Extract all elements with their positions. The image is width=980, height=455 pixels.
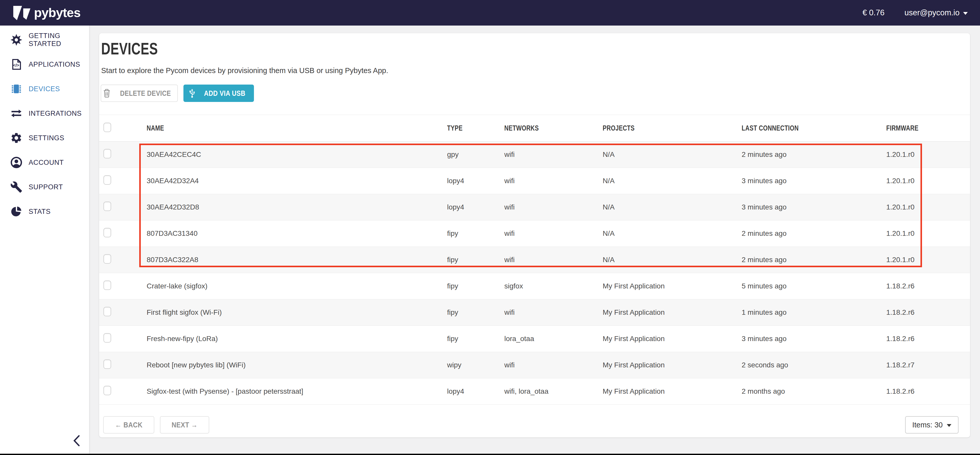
add-via-usb-button[interactable]: ADD VIA USB xyxy=(183,84,254,102)
cell-networks: sigfox xyxy=(495,282,593,290)
cell-last-connection: 3 minutes ago xyxy=(732,203,877,211)
sidebar-item-label: ACCOUNT xyxy=(29,159,64,167)
pybytes-logo: pybytes xyxy=(13,5,81,20)
cell-name: 807D3AC31340 xyxy=(137,229,438,238)
delete-device-button[interactable]: DELETE DEVICE xyxy=(101,84,178,102)
table-row[interactable]: Fresh-new-fipy (LoRa)fipylora_otaaMy Fir… xyxy=(99,326,970,352)
usb-icon xyxy=(188,88,196,98)
row-checkbox[interactable] xyxy=(103,360,111,369)
table-row[interactable]: 807D3AC31340fipywifiN/A2 minutes ago1.20… xyxy=(99,221,970,247)
caret-down-icon xyxy=(963,12,968,15)
cell-last-connection: 2 minutes ago xyxy=(732,229,877,238)
sun-icon xyxy=(10,33,23,46)
sidebar-collapse-button[interactable] xyxy=(70,434,84,448)
cell-firmware: 1.18.2.r6 xyxy=(877,282,970,290)
cell-projects: My First Application xyxy=(593,282,732,290)
table-row[interactable]: First flight sigfox (Wi-Fi)fipywifiMy Fi… xyxy=(99,299,970,326)
select-all-checkbox[interactable] xyxy=(103,123,111,132)
next-button[interactable]: NEXT → xyxy=(160,416,209,434)
cell-networks: wifi xyxy=(495,177,593,185)
cell-projects: My First Application xyxy=(593,335,732,343)
arrows-swap-icon xyxy=(10,107,23,120)
cell-name: Fresh-new-fipy (LoRa) xyxy=(137,335,438,343)
cell-firmware: 1.18.2.r6 xyxy=(877,387,970,396)
svg-text:</>: </> xyxy=(13,63,19,68)
page-title: DEVICES xyxy=(101,39,970,58)
row-checkbox[interactable] xyxy=(103,228,111,237)
cell-name: 30AEA42D32A4 xyxy=(137,177,438,185)
row-checkbox[interactable] xyxy=(103,386,111,395)
cell-name: 807D3AC322A8 xyxy=(137,256,438,264)
table-row[interactable]: 30AEA42D32D8lopy4wifiN/A3 minutes ago1.2… xyxy=(99,194,970,221)
cell-firmware: 1.20.1.r0 xyxy=(877,256,970,264)
pagination: ← BACK NEXT → Items: 30 xyxy=(99,416,970,434)
sidebar-item-support[interactable]: SUPPORT xyxy=(0,175,89,199)
cell-last-connection: 2 months ago xyxy=(732,387,877,396)
table-row[interactable]: Crater-lake (sigfox)fipysigfoxMy First A… xyxy=(99,273,970,299)
row-checkbox[interactable] xyxy=(103,202,111,211)
sidebar-item-label: GETTING STARTED xyxy=(29,32,89,48)
cell-last-connection: 2 minutes ago xyxy=(732,256,877,264)
sidebar-item-label: SUPPORT xyxy=(29,183,63,191)
sidebar-item-integrations[interactable]: INTEGRATIONS xyxy=(0,101,89,126)
items-per-page-label: Items: 30 xyxy=(912,421,943,429)
cell-name: Crater-lake (sigfox) xyxy=(137,282,438,290)
items-per-page-dropdown[interactable]: Items: 30 xyxy=(905,416,959,434)
sidebar-item-account[interactable]: ACCOUNT xyxy=(0,150,89,175)
table-row[interactable]: Sigfox-test (with Pysense) - [pastoor pe… xyxy=(99,379,970,405)
cell-name: Sigfox-test (with Pysense) - [pastoor pe… xyxy=(137,387,438,396)
pie-chart-icon xyxy=(10,205,23,218)
cell-type: lopy4 xyxy=(438,203,495,211)
cell-name: 30AEA42D32D8 xyxy=(137,203,438,211)
trash-icon xyxy=(103,89,111,98)
cell-type: fipy xyxy=(438,229,495,238)
row-checkbox[interactable] xyxy=(103,307,111,316)
table-row[interactable]: 30AEA42CEC4CgpywifiN/A2 minutes ago1.20.… xyxy=(99,142,970,168)
cell-firmware: 1.20.1.r0 xyxy=(877,229,970,238)
row-checkbox[interactable] xyxy=(103,149,111,158)
gear-icon xyxy=(10,131,23,145)
sidebar-item-applications[interactable]: </> APPLICATIONS xyxy=(0,52,89,76)
cell-last-connection: 5 minutes ago xyxy=(732,282,877,290)
row-checkbox[interactable] xyxy=(103,280,111,290)
cell-firmware: 1.20.1.r0 xyxy=(877,203,970,211)
cell-name: First flight sigfox (Wi-Fi) xyxy=(137,309,438,317)
sidebar-item-label: DEVICES xyxy=(29,85,60,93)
column-header-name: NAME xyxy=(137,124,438,132)
cell-type: fipy xyxy=(438,282,495,290)
user-menu[interactable]: user@pycom.io xyxy=(904,8,968,18)
add-via-usb-label: ADD VIA USB xyxy=(204,89,245,98)
cell-projects: N/A xyxy=(593,177,732,185)
row-checkbox[interactable] xyxy=(103,333,111,343)
cell-type: lopy4 xyxy=(438,177,495,185)
sidebar-item-label: APPLICATIONS xyxy=(29,60,80,68)
cell-type: fipy xyxy=(438,309,495,317)
sidebar-item-label: INTEGRATIONS xyxy=(29,110,82,118)
cell-projects: N/A xyxy=(593,203,732,211)
chip-icon xyxy=(10,82,23,95)
delete-device-label: DELETE DEVICE xyxy=(120,89,171,98)
cell-last-connection: 3 minutes ago xyxy=(732,177,877,185)
sidebar-item-devices[interactable]: DEVICES xyxy=(0,76,89,101)
column-header-firmware: FIRMWARE xyxy=(877,124,970,132)
table-row[interactable]: 30AEA42D32A4lopy4wifiN/A3 minutes ago1.2… xyxy=(99,168,970,194)
cell-projects: N/A xyxy=(593,229,732,238)
sidebar-item-label: SETTINGS xyxy=(29,134,64,142)
row-checkbox[interactable] xyxy=(103,175,111,185)
cell-networks: wifi xyxy=(495,151,593,159)
cell-firmware: 1.18.2.r6 xyxy=(877,309,970,317)
cell-networks: wifi xyxy=(495,229,593,238)
cell-firmware: 1.20.1.r0 xyxy=(877,177,970,185)
cell-name: 30AEA42CEC4C xyxy=(137,151,438,159)
table-row[interactable]: 807D3AC322A8fipywifiN/A2 minutes ago1.20… xyxy=(99,247,970,273)
devices-table: NAME TYPE NETWORKS PROJECTS LAST CONNECT… xyxy=(99,115,970,405)
table-row[interactable]: Reboot [new pybytes lib] (WiFi)wipywifiM… xyxy=(99,352,970,379)
user-circle-icon xyxy=(10,156,23,169)
sidebar-item-stats[interactable]: STATS xyxy=(0,199,89,224)
sidebar-item-getting-started[interactable]: GETTING STARTED xyxy=(0,28,89,52)
sidebar-item-settings[interactable]: SETTINGS xyxy=(0,126,89,150)
row-checkbox[interactable] xyxy=(103,254,111,264)
back-button[interactable]: ← BACK xyxy=(103,416,154,434)
devices-page: DEVICES Start to explore the Pycom devic… xyxy=(99,33,970,438)
cell-projects: My First Application xyxy=(593,309,732,317)
